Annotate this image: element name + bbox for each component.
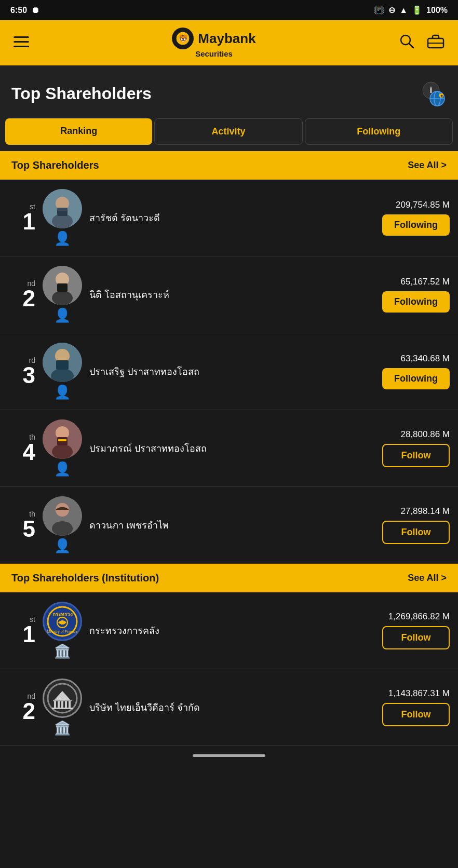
page-title-section: Top Shareholders i ★ <box>0 65 458 118</box>
minus-icon: ⊖ <box>388 5 395 15</box>
battery-icon: 🔋 <box>412 5 422 15</box>
svg-point-33 <box>52 444 73 459</box>
shareholder-amount: 27,898.14 M <box>400 506 450 517</box>
rank-number: 4 <box>23 441 35 464</box>
brand-name: Maybank <box>198 31 255 47</box>
institution-type-icon: 🏛️ <box>54 720 71 736</box>
rank-block: st 1 <box>8 203 35 233</box>
svg-point-25 <box>52 291 73 305</box>
shareholder-amount: 209,754.85 M <box>396 200 450 210</box>
page-title: Top Shareholders <box>11 84 152 103</box>
follow-button[interactable]: Following <box>382 291 450 313</box>
shareholder-name: ปราเสริฐ ปราสาททองโอสถ <box>89 364 360 379</box>
tabs-bar: Ranking Activity Following <box>0 118 458 151</box>
avatar-block: 👤 <box>42 266 83 323</box>
rank-number: 5 <box>23 518 35 540</box>
record-icon: ⏺ <box>31 6 39 15</box>
follow-button[interactable]: Following <box>382 368 450 389</box>
svg-rect-22 <box>57 208 68 211</box>
briefcase-button[interactable] <box>425 31 447 55</box>
tab-ranking[interactable]: Ranking <box>5 118 152 145</box>
avatar <box>43 679 82 718</box>
info-globe-icon[interactable]: i ★ <box>415 77 447 110</box>
rank-block: nd 2 <box>8 280 35 310</box>
battery-percent: 100% <box>426 6 448 15</box>
rank-block: th 5 <box>8 510 35 540</box>
shareholder-right: 63,340.68 M Following <box>367 354 450 389</box>
institution-type-icon: 🏛️ <box>54 643 71 659</box>
avatar-block: 👤 <box>42 343 83 400</box>
tab-activity[interactable]: Activity <box>154 118 302 145</box>
search-button[interactable] <box>397 31 416 55</box>
top-shareholders-see-all[interactable]: See All > <box>408 160 447 171</box>
svg-rect-47 <box>61 701 63 708</box>
avatar <box>43 266 82 305</box>
tab-following[interactable]: Following <box>305 118 453 145</box>
svg-text:กระทรวง: กระทรวง <box>52 612 73 617</box>
shareholder-name: ดาวนภา เพชรอำไพ <box>89 518 360 533</box>
home-indicator <box>0 746 458 765</box>
svg-rect-35 <box>58 439 66 441</box>
shareholder-name: กระทรวงการคลัง <box>89 623 360 638</box>
shareholder-amount: 1,143,867.31 M <box>388 688 450 699</box>
top-institutions-header: Top Shareholders (Institution) See All > <box>0 564 458 592</box>
brand-logo: 🐯 Maybank Securities <box>172 28 255 58</box>
avatar <box>43 343 82 382</box>
wifi-icon: ▲ <box>399 6 408 15</box>
shareholder-info: สารัชต์ รัตนาวะดี <box>89 210 360 225</box>
rank-block: nd 2 <box>8 693 35 723</box>
follow-button[interactable]: Follow <box>382 521 450 544</box>
shareholder-row: st 1 👤 สารัชต์ รัตนาวะดี 209,754.85 M Fo… <box>0 180 458 256</box>
rank-number: 2 <box>23 287 35 310</box>
svg-rect-26 <box>57 283 68 292</box>
shareholder-amount: 28,800.86 M <box>400 429 450 440</box>
svg-rect-51 <box>52 708 73 709</box>
menu-button[interactable] <box>11 33 31 53</box>
top-shareholders-header: Top Shareholders See All > <box>0 151 458 180</box>
avatar <box>43 189 82 228</box>
rank-block: rd 3 <box>8 357 35 387</box>
vibrate-icon: 📳 <box>374 5 384 15</box>
shareholder-amount: 63,340.68 M <box>400 354 450 364</box>
shareholder-row: th 4 👤 ปรมาภรณ์ ปราสาททองโอสถ 28,800.86 … <box>0 410 458 487</box>
shareholder-name: สารัชต์ รัตนาวะดี <box>89 210 360 225</box>
svg-rect-52 <box>53 700 72 701</box>
follow-button[interactable]: Follow <box>382 444 450 467</box>
top-institutions-title: Top Shareholders (Institution) <box>11 572 159 584</box>
svg-point-20 <box>52 214 73 228</box>
shareholder-amount: 1,269,866.82 M <box>388 612 450 622</box>
person-type-icon: 👤 <box>54 461 71 477</box>
person-type-icon: 👤 <box>54 307 71 323</box>
institution-row: nd 2 🏛️ บริษัท ไทยเอ็นวีดีอาร์ จำกัด 1,1… <box>0 669 458 746</box>
rank-block: th 4 <box>8 433 35 464</box>
shareholder-right: 65,167.52 M Following <box>367 277 450 313</box>
person-type-icon: 👤 <box>54 384 71 400</box>
shareholder-right: 1,269,866.82 M Follow <box>367 612 450 649</box>
follow-button[interactable]: Follow <box>382 626 450 649</box>
shareholder-amount: 65,167.52 M <box>400 277 450 287</box>
avatar <box>43 419 82 459</box>
shareholder-info: นิติ โอสถานุเคราะห์ <box>89 287 360 302</box>
home-bar <box>193 754 265 757</box>
person-type-icon: 👤 <box>54 230 71 247</box>
svg-point-38 <box>52 521 73 536</box>
shareholder-info: บริษัท ไทยเอ็นวีดีอาร์ จำกัด <box>89 700 360 715</box>
shareholder-right: 1,143,867.31 M Follow <box>367 688 450 726</box>
svg-rect-45 <box>54 701 56 708</box>
svg-line-6 <box>409 44 413 48</box>
shareholder-info: ปราเสริฐ ปราสาททองโอสถ <box>89 364 360 379</box>
top-shareholders-title: Top Shareholders <box>11 159 99 171</box>
follow-button[interactable]: Following <box>382 214 450 236</box>
brand-sub: Securities <box>195 49 233 58</box>
status-bar: 6:50 ⏺ 📳 ⊖ ▲ 🔋 100% <box>0 0 458 20</box>
svg-rect-30 <box>56 360 69 370</box>
svg-rect-2 <box>14 46 29 47</box>
app-header: 🐯 Maybank Securities <box>0 20 458 65</box>
rank-block: st 1 <box>8 616 35 646</box>
svg-text:i: i <box>430 86 432 94</box>
follow-button[interactable]: Follow <box>382 703 450 726</box>
shareholder-right: 209,754.85 M Following <box>367 200 450 236</box>
person-type-icon: 👤 <box>54 538 71 554</box>
avatar-block: 👤 <box>42 419 83 477</box>
top-institutions-see-all[interactable]: See All > <box>408 573 447 584</box>
